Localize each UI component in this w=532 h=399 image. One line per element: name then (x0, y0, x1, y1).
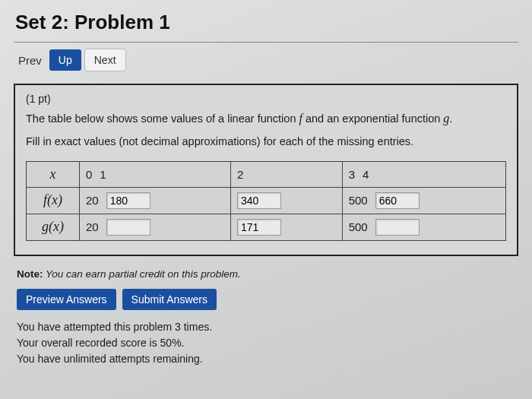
next-button[interactable]: Next (84, 49, 126, 71)
g-1-input[interactable] (106, 219, 150, 236)
x-1: 1 (100, 168, 106, 181)
desc-text: and an exponential function (302, 112, 443, 125)
g-2-input[interactable] (237, 219, 281, 236)
row-label-f: f(x) (27, 187, 80, 214)
status-attempts: You have attempted this problem 3 times. (17, 319, 518, 335)
status-block: You have attempted this problem 3 times.… (17, 319, 518, 367)
cell: 500 (342, 187, 505, 214)
g-3: 500 (349, 220, 368, 233)
cell: 2 (230, 161, 342, 187)
g-0: 20 (86, 220, 99, 233)
status-score: Your overall recorded score is 50%. (17, 335, 518, 351)
cell (230, 214, 342, 240)
cell (230, 187, 342, 214)
prev-link[interactable]: Prev (14, 51, 46, 70)
desc-text: The table below shows some values of a l… (26, 112, 299, 125)
up-button[interactable]: Up (49, 49, 81, 71)
cell: 01 (80, 161, 231, 187)
note-text: You can earn partial credit on this prob… (43, 268, 241, 280)
problem-instruction: Fill in exact values (not decimal approx… (26, 134, 506, 150)
submit-answers-button[interactable]: Submit Answers (122, 289, 217, 310)
page-title: Set 2: Problem 1 (15, 11, 518, 34)
cell: 34 (342, 161, 505, 187)
f-2-input[interactable] (237, 192, 281, 209)
row-label-g: g(x) (27, 214, 80, 240)
problem-description: The table below shows some values of a l… (26, 109, 506, 128)
action-row: Preview Answers Submit Answers (17, 289, 518, 310)
cell: 20 (80, 214, 231, 240)
nav-bar: Prev Up Next (14, 49, 518, 71)
problem-box: (1 pt) The table below shows some values… (14, 84, 518, 256)
divider (14, 42, 518, 43)
f-0: 20 (86, 194, 99, 207)
x-0: 0 (86, 168, 92, 181)
preview-answers-button[interactable]: Preview Answers (17, 289, 116, 310)
table-row-g: g(x) 20 500 (27, 214, 506, 240)
points-label: (1 pt) (26, 93, 506, 105)
cell: 500 (342, 214, 505, 240)
table-row-x: x 01 2 34 (27, 161, 506, 187)
note-label: Note: (17, 268, 43, 280)
cell: 20 (80, 187, 231, 214)
x-3: 3 (349, 168, 355, 181)
x-4: 4 (363, 168, 369, 181)
f-4-input[interactable] (375, 192, 420, 209)
x-2: 2 (237, 168, 243, 181)
values-table: x 01 2 34 f(x) 20 500 g(x) 20 500 (26, 161, 506, 241)
f-3: 500 (349, 194, 368, 207)
table-row-f: f(x) 20 500 (27, 187, 506, 214)
desc-text: . (449, 112, 452, 125)
f-1-input[interactable] (106, 192, 150, 209)
note: Note: You can earn partial credit on thi… (17, 268, 518, 280)
g-4-input[interactable] (375, 219, 420, 236)
row-label-x: x (27, 161, 80, 187)
status-remaining: You have unlimited attempts remaining. (17, 351, 518, 367)
